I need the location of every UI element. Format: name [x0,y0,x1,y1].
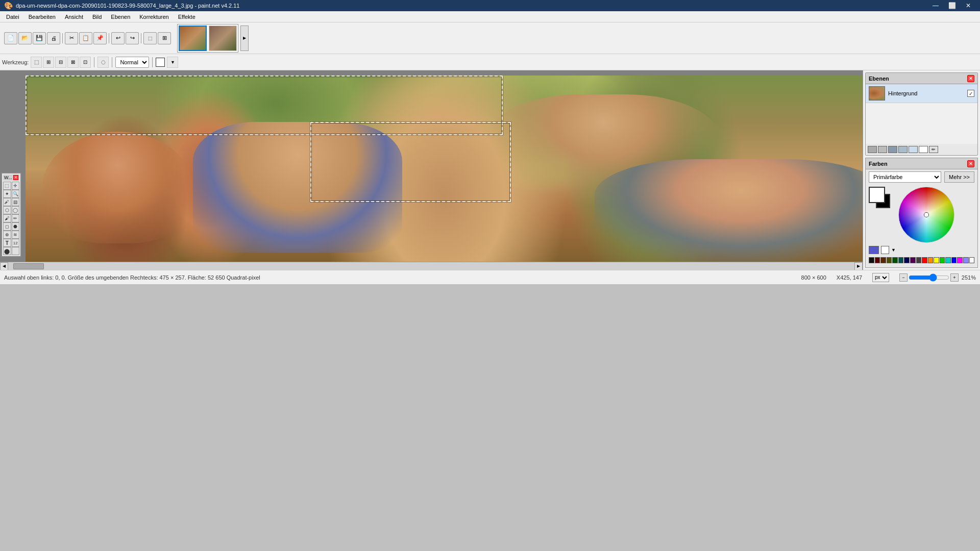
tool-mode-3[interactable]: ⊟ [55,57,66,68]
menu-korrekturen[interactable]: Korrekturen [135,13,173,21]
tool-number[interactable]: 12 [12,239,20,247]
zoom-in-btn[interactable]: + [950,273,959,282]
cut-button[interactable]: ✂ [65,32,78,44]
tool-select-rect[interactable]: ⬚ [3,182,11,190]
tool-clone[interactable]: ⊕ [3,231,11,239]
color-picker-cursor[interactable] [924,213,928,217]
layer-item-background[interactable]: Hintergrund ✓ [866,84,977,103]
toolbox-header[interactable]: W... ✕ [3,174,19,181]
menu-ansicht[interactable]: Ansicht [61,13,87,21]
menu-ebenen[interactable]: Ebenen [107,13,134,21]
unit-select[interactable]: px [872,273,889,282]
grid-button[interactable]: ⊞ [158,32,171,44]
color-wheel[interactable] [898,187,954,243]
blend-mode-select[interactable]: Normal [115,57,149,68]
palette-white[interactable] [969,257,975,263]
close-button[interactable]: ✕ [961,1,976,11]
foreground-swatch[interactable] [869,187,885,203]
swatch-gray1[interactable] [868,146,877,153]
mehr-button[interactable]: Mehr >> [944,171,974,183]
color-mode-select[interactable]: Primärfarbe [869,171,941,183]
open-button[interactable]: 📂 [18,32,32,44]
palette-blue[interactable] [951,257,957,263]
color-mode-dropdown[interactable]: ▼ [891,247,896,253]
tool-text[interactable]: T [3,239,11,247]
palette-dark-orange[interactable] [880,257,886,263]
tool-paint-bucket[interactable]: ⬡ [3,206,11,214]
tool-gradient[interactable]: ▤ [12,198,20,206]
tool-mode-5[interactable]: ⊡ [80,57,91,68]
menu-bild[interactable]: Bild [88,13,106,21]
palette-navy[interactable] [904,257,910,263]
palette-orange[interactable] [928,257,934,263]
tool-color-dot[interactable]: ⬤ [3,247,11,255]
palette-purple[interactable] [910,257,916,263]
scroll-thumb[interactable] [13,263,44,269]
palette-green[interactable] [940,257,945,263]
palette-cyan[interactable] [945,257,951,263]
new-button[interactable]: 📄 [4,32,17,44]
tool-mode-2[interactable]: ⊞ [43,57,54,68]
photo-canvas[interactable] [26,76,863,262]
antialiasing-toggle[interactable]: ◌ [97,57,109,68]
menu-datei[interactable]: Datei [2,13,23,21]
palette-black[interactable] [869,257,874,263]
swatch-edit-tool[interactable]: ✏ [929,146,938,153]
thumbnail-1[interactable] [179,26,207,51]
tool-smudge[interactable]: ≋ [12,231,20,239]
palette-dark-gray[interactable] [916,257,922,263]
tool-color-picker[interactable]: 🖋 [3,198,11,206]
deselect-button[interactable]: ⬚ [143,32,157,44]
layers-panel-header[interactable]: Ebenen ✕ [866,73,977,84]
colors-panel-header[interactable]: Farben ✕ [866,158,977,169]
tool-eraser[interactable]: ◻ [3,222,11,231]
thumbnail-scroll-right[interactable]: ▶ [240,26,249,51]
scroll-right-btn[interactable]: ▶ [854,262,863,270]
layer-visibility-check[interactable]: ✓ [967,90,974,97]
palette-magenta[interactable] [957,257,963,263]
tool-mode-1[interactable]: ⬚ [31,57,42,68]
swatch-white[interactable] [919,146,928,153]
swatch-blue3[interactable] [909,146,918,153]
palette-red[interactable] [922,257,927,263]
current-color-display[interactable] [869,246,879,254]
swatch-blue2[interactable] [898,146,908,153]
palette-olive[interactable] [887,257,892,263]
maximize-button[interactable]: ⬜ [944,1,960,11]
zoom-out-btn[interactable]: − [899,273,908,282]
palette-yellow[interactable] [934,257,939,263]
tool-magic-wand[interactable]: ✦ [3,190,11,198]
scroll-track[interactable] [8,262,854,270]
swatch-blue1[interactable] [888,146,897,153]
palette-dark-green[interactable] [892,257,898,263]
canvas-area[interactable]: W... ✕ ⬚ ✛ ✦ 🔍 🖋 ▤ ⬡ ◯ 🖌 ✏ [0,70,863,270]
color-picker-icon[interactable]: ▼ [167,57,178,68]
h-scrollbar[interactable]: ◀ ▶ [0,262,863,270]
tool-zoom-in[interactable]: 🔍 [12,190,20,198]
undo-button[interactable]: ↩ [111,32,125,44]
layers-panel-close[interactable]: ✕ [967,75,974,82]
menu-effekte[interactable]: Effekte [174,13,200,21]
zoom-slider[interactable] [909,275,949,280]
redo-button[interactable]: ↪ [126,32,139,44]
scroll-left-btn[interactable]: ◀ [0,262,8,270]
palette-light-blue[interactable] [963,257,969,263]
colors-panel-close[interactable]: ✕ [967,160,974,167]
tool-move[interactable]: ✛ [12,182,20,190]
thumbnail-2[interactable] [209,26,237,51]
paste-button[interactable]: 📌 [93,32,107,44]
palette-dark-red[interactable] [875,257,880,263]
tool-brush[interactable]: 🖌 [3,214,11,222]
save-button[interactable]: 💾 [33,32,46,44]
print-button[interactable]: 🖨 [47,32,60,44]
tool-shapes[interactable]: ◯ [12,206,20,214]
tool-pencil2[interactable]: ✏ [12,214,20,222]
tool-mode-4[interactable]: ⊠ [67,57,79,68]
palette-teal[interactable] [898,257,904,263]
minimize-button[interactable]: — [928,1,943,11]
swatch-gray2[interactable] [878,146,887,153]
copy-button[interactable]: 📋 [79,32,92,44]
toolbox-close[interactable]: ✕ [13,175,18,180]
hex-input-swatch[interactable] [881,246,889,254]
tool-burn[interactable]: ⬣ [12,222,20,231]
